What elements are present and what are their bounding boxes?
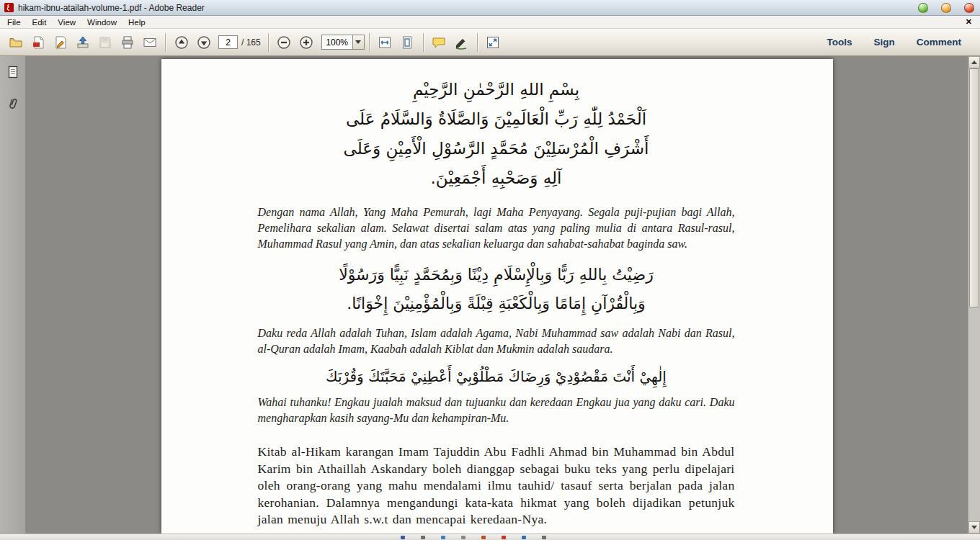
arabic-line: وَبِالْقُرْآنِ إِمَامًا وَبِالْكَعْبَةِ … [258, 289, 735, 318]
attachments-icon [6, 96, 20, 111]
taskbar-item[interactable] [401, 536, 405, 539]
arrow-up-icon [971, 60, 977, 64]
fit-page-icon [400, 35, 414, 50]
fit-width-button[interactable] [374, 32, 396, 53]
menu-help[interactable]: Help [122, 17, 151, 27]
restore-button[interactable] [941, 3, 951, 13]
taskbar-icons [401, 536, 546, 539]
previous-page-icon [174, 35, 189, 50]
page-thumbnails-button[interactable] [4, 63, 22, 81]
previous-page-button[interactable] [170, 32, 192, 53]
arrow-down-icon [971, 526, 977, 529]
vertical-scrollbar[interactable] [968, 56, 980, 534]
zoom-in-button[interactable] [295, 32, 318, 53]
arabic-line: رَضِيْتُ بِاللهِ رَبًّا وَبِالْإِسْلَامِ… [258, 261, 735, 289]
zoom-out-icon [277, 35, 291, 50]
taskbar-item[interactable] [461, 536, 466, 539]
translation-paragraph: Dengan nama Allah, Yang Maha Pemurah, la… [258, 204, 735, 252]
document-area[interactable]: بِسْمِ اللهِ الرَّحْمٰنِ الرَّحِيْمِ اَل… [26, 56, 968, 534]
adobe-reader-window: hikam-ibnu-atailah-volume-1.pdf - Adobe … [0, 0, 980, 540]
fill-sign-icon [53, 35, 68, 50]
menu-view[interactable]: View [52, 17, 81, 27]
print-icon [120, 35, 135, 50]
zoom-control: 100% [321, 35, 365, 50]
pdf-page: بِسْمِ اللهِ الرَّحْمٰنِ الرَّحِيْمِ اَل… [161, 59, 833, 534]
close-document-icon[interactable]: ✕ [963, 17, 974, 27]
toolbar-separator [268, 33, 269, 52]
fit-page-button[interactable] [396, 32, 419, 53]
arabic-radhitu-block: رَضِيْتُ بِاللهِ رَبًّا وَبِالْإِسْلَامِ… [258, 261, 735, 318]
taskbar-item[interactable] [542, 536, 546, 539]
arabic-dua-block: إِلٰهِيْ أَنْتَ مَقْصُوْدِيْ وَرِضَاكَ م… [258, 366, 735, 387]
menu-window[interactable]: Window [81, 17, 122, 27]
menu-file[interactable]: File [6, 17, 27, 27]
pdf-document-icon [4, 2, 14, 13]
tools-panel-button[interactable]: Tools [818, 32, 860, 53]
arabic-line: بِسْمِ اللهِ الرَّحْمٰنِ الرَّحِيْمِ [258, 75, 735, 104]
taskbar-item[interactable] [502, 536, 506, 539]
page-thumbnails-icon [6, 65, 20, 79]
arabic-line: إِلٰهِيْ أَنْتَ مَقْصُوْدِيْ وَرِضَاكَ م… [258, 366, 735, 387]
save-icon [98, 35, 112, 50]
close-button[interactable] [964, 3, 974, 13]
send-file-icon [76, 35, 90, 50]
taskbar-item[interactable] [481, 536, 486, 539]
sign-panel-button[interactable]: Sign [865, 32, 903, 53]
translation-paragraph: Wahai tuhanku! Engkau jualah maksud dan … [258, 395, 735, 426]
titlebar: hikam-ibnu-atailah-volume-1.pdf - Adobe … [0, 0, 980, 16]
navigation-pane-sidebar [0, 56, 26, 534]
open-button[interactable] [4, 32, 27, 53]
menubar: File Edit View Window Help ✕ [0, 16, 980, 29]
next-page-button[interactable] [192, 32, 215, 53]
chevron-down-icon [355, 40, 361, 44]
translation-paragraph: Daku reda Allah adalah Tuhan, Islam adal… [258, 325, 735, 357]
open-icon [9, 35, 23, 50]
next-page-icon [197, 35, 211, 50]
page-total-label: / 165 [241, 37, 261, 48]
arabic-line: أَشْرَفِ الْمُرْسَلِيْنَ مُحَمَّدٍ الرَّ… [258, 134, 735, 163]
attachments-button[interactable] [4, 95, 22, 112]
create-pdf-icon [31, 35, 45, 50]
fullscreen-button[interactable] [482, 32, 504, 53]
content-region: بِسْمِ اللهِ الرَّحْمٰنِ الرَّحِيْمِ اَل… [0, 56, 980, 534]
email-icon [143, 35, 157, 50]
toolbar: / 165 100% [0, 29, 980, 56]
minimize-button[interactable] [918, 3, 928, 13]
toolbar-separator [477, 33, 478, 52]
save-button[interactable] [94, 32, 116, 53]
comment-bubble-icon [432, 35, 446, 50]
zoom-level-value[interactable]: 100% [321, 35, 353, 50]
toolbar-separator [369, 33, 370, 52]
zoom-out-button[interactable] [273, 32, 295, 53]
scroll-down-button[interactable] [968, 521, 980, 534]
toolbar-separator [423, 33, 424, 52]
zoom-in-icon [299, 35, 313, 50]
fill-sign-button[interactable] [49, 32, 71, 53]
fit-width-icon [378, 35, 392, 50]
taskbar-item[interactable] [441, 536, 445, 539]
arabic-line: آلِهِ وَصَحْبِهِ أَجْمَعِيْنَ. [258, 163, 735, 193]
taskbar-item[interactable] [522, 536, 526, 539]
body-paragraph: Kitab al-Hikam karangan Imam Tajuddin Ab… [258, 444, 735, 528]
scroll-up-button[interactable] [968, 56, 980, 68]
scrollbar-track[interactable] [968, 68, 980, 521]
toolbar-separator [165, 33, 166, 52]
scrollbar-thumb[interactable] [969, 68, 979, 307]
sign-tool-button[interactable] [450, 32, 473, 53]
arabic-line: اَلْحَمْدُ لِلّٰهِ رَبِّ الْعَالَمِيْنَ … [258, 104, 735, 134]
comment-panel-button[interactable]: Comment [908, 32, 970, 53]
menu-edit[interactable]: Edit [27, 17, 53, 27]
taskbar-item[interactable] [421, 536, 425, 539]
taskbar-peek [0, 534, 980, 540]
page-number-input[interactable] [218, 35, 238, 49]
window-title: hikam-ibnu-atailah-volume-1.pdf - Adobe … [18, 3, 205, 13]
zoom-dropdown-button[interactable] [353, 35, 365, 50]
create-pdf-button[interactable] [27, 32, 49, 53]
arabic-basmalah-block: بِسْمِ اللهِ الرَّحْمٰنِ الرَّحِيْمِ اَل… [258, 71, 735, 193]
fullscreen-icon [486, 35, 500, 50]
email-button[interactable] [138, 32, 161, 53]
comment-tool-button[interactable] [428, 32, 450, 53]
sign-pen-icon [454, 35, 468, 50]
print-button[interactable] [116, 32, 138, 53]
send-file-button[interactable] [71, 32, 94, 53]
